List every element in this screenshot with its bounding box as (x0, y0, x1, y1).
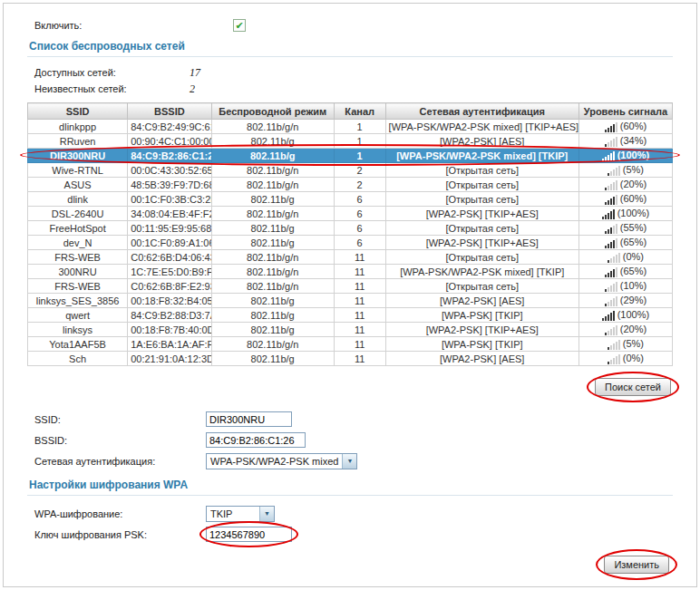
cell-signal: (34%) (578, 134, 672, 149)
wpa-encryption-row: WPA-шифрование: TKIP (34, 503, 673, 524)
cell-mode: 802.11b/g/n (211, 163, 334, 178)
cell-channel: 1 (334, 120, 385, 134)
ssid-input[interactable] (206, 411, 292, 427)
cell-ssid: linksys_SES_3856 (28, 294, 128, 308)
network-row[interactable]: 300NRU1C:7E:E5:D0:B9:FE802.11b/g/n11[WPA… (28, 265, 673, 279)
auth-label: Сетевая аутентификация: (34, 456, 206, 467)
network-row[interactable]: ASUS48:5B:39:F9:7D:68802.11b/g/n2[Открыт… (28, 178, 673, 192)
signal-strength-icon (605, 325, 617, 335)
network-row[interactable]: FRS-WEBC0:62:6B:8F:E2:93802.11b/g/n11[От… (28, 279, 673, 294)
auth-field-row: Сетевая аутентификация: WPA-PSK/WPA2-PSK… (34, 450, 673, 471)
search-networks-button[interactable]: Поиск сетей (595, 378, 671, 396)
cell-bssid: 00:21:91:0A:12:3D (128, 352, 211, 366)
cell-signal: (0%) (578, 352, 672, 366)
network-row[interactable]: RRuven00:90:4C:C1:00:00802.11b/g1[WPA2-P… (28, 134, 673, 149)
cell-channel: 11 (334, 265, 385, 279)
wpa-encryption-select[interactable]: TKIP (206, 506, 275, 522)
cell-channel: 11 (334, 279, 385, 294)
cell-signal: (20%) (578, 178, 672, 192)
cell-bssid: 84:C9:B2:86:C1:26 (128, 149, 211, 163)
column-header: Канал (334, 103, 385, 120)
network-row[interactable]: DIR300NRU84:C9:B2:86:C1:26802.11b/g1[WPA… (28, 149, 673, 163)
network-row[interactable]: DSL-2640U34:08:04:EB:4F:F2802.11b/g/n6[W… (28, 207, 673, 221)
network-row[interactable]: linksys_SES_385600:18:F8:32:B4:05802.11b… (28, 294, 673, 308)
wpa-encryption-value: TKIP (207, 508, 236, 519)
cell-auth: [Открытая сеть] (385, 163, 578, 178)
cell-signal: (55%) (578, 221, 672, 236)
cell-ssid: dev_N (28, 236, 128, 250)
network-row[interactable]: dev_N00:1C:F0:89:A1:06802.11b/g6[WPA2-PS… (28, 236, 673, 250)
signal-label: (20%) (620, 179, 647, 189)
column-header: SSID (28, 103, 128, 120)
network-row[interactable]: FRS-WEBC0:62:6B:D4:06:43802.11b/g/n11[От… (28, 250, 673, 265)
cell-ssid: qwert (28, 308, 128, 323)
network-row[interactable]: FreeHotSpot00:11:95:E9:95:68802.11b/g6[О… (28, 221, 673, 236)
signal-label: (65%) (620, 266, 647, 276)
bssid-input[interactable] (206, 432, 306, 448)
network-row[interactable]: dlink00:1C:F0:3B:C3:2F802.11b/g6[Открыта… (28, 192, 673, 207)
signal-label: (29%) (620, 295, 647, 305)
signal-strength-icon (605, 122, 617, 132)
available-networks-label: Доступных сетей: (34, 67, 190, 78)
cell-auth: [WPA2-PSK] [TKIP+AES] (385, 236, 578, 250)
cell-bssid: 48:5B:39:F9:7D:68 (128, 178, 211, 192)
cell-mode: 802.11b/g (211, 149, 334, 163)
cell-ssid: dlinkppp (28, 120, 128, 134)
cell-channel: 11 (334, 250, 385, 265)
enable-checkbox[interactable] (233, 19, 246, 32)
cell-bssid: C0:62:6B:8F:E2:93 (128, 279, 211, 294)
cell-ssid: FRS-WEB (28, 279, 128, 294)
signal-strength-icon (605, 282, 617, 292)
cell-bssid: 34:08:04:EB:4F:F2 (128, 207, 211, 221)
network-row[interactable]: Wive-RTNL00:0C:43:30:52:65802.11b/g/n2[О… (28, 163, 673, 178)
cell-channel: 11 (334, 294, 385, 308)
network-row[interactable]: linksys00:18:F8:7B:40:0D802.11b/g11[WPA2… (28, 323, 673, 337)
psk-input[interactable] (206, 527, 292, 542)
apply-row: Изменить (27, 556, 673, 579)
cell-signal: (5%) (578, 163, 672, 178)
cell-mode: 802.11b/g/n (211, 120, 334, 134)
chevron-down-icon (259, 507, 274, 521)
network-row[interactable]: qwert84:C9:B2:88:D3:7A802.11b/g11[WPA-PS… (28, 308, 673, 323)
cell-bssid: 00:1C:F0:3B:C3:2F (128, 192, 211, 207)
signal-strength-icon (608, 354, 620, 364)
cell-signal: (5%) (578, 337, 672, 352)
cell-mode: 802.11b/g/n (211, 265, 334, 279)
cell-auth: [WPA2-PSK] [TKIP+AES] (385, 323, 578, 337)
auth-select[interactable]: WPA-PSK/WPA2-PSK mixed (206, 453, 357, 469)
cell-auth: [Открытая сеть] (385, 279, 578, 294)
network-row[interactable]: dlinkppp84:C9:B2:49:9C:61802.11b/g/n1[WP… (28, 120, 673, 134)
cell-channel: 11 (334, 323, 385, 337)
cell-auth: [WPA-PSK/WPA2-PSK mixed] [TKIP+AES] (385, 120, 578, 134)
cell-bssid: 84:C9:B2:88:D3:7A (128, 308, 211, 323)
signal-strength-icon (605, 224, 617, 234)
signal-strength-icon (605, 296, 617, 306)
ssid-field-row: SSID: (34, 409, 673, 430)
cell-signal: (10%) (578, 279, 672, 294)
signal-label: (60%) (620, 121, 647, 131)
cell-auth: [WPA2-PSK] [AES] (385, 134, 578, 149)
unknown-networks-row: Неизвестных сетей: 2 (34, 81, 673, 97)
apply-button[interactable]: Изменить (604, 556, 669, 574)
cell-signal: (20%) (578, 323, 672, 337)
signal-strength-icon (608, 340, 620, 350)
cell-ssid: Yota1AAF5B (28, 337, 128, 352)
signal-label: (5%) (623, 164, 644, 175)
cell-signal: (29%) (578, 294, 672, 308)
cell-signal: (65%) (578, 236, 672, 250)
network-row[interactable]: Sch00:21:91:0A:12:3D802.11b/g11[WPA2-PSK… (28, 352, 673, 366)
cell-ssid: DSL-2640U (28, 207, 128, 221)
cell-auth: [WPA-PSK] [TKIP] (385, 308, 578, 323)
cell-ssid: Wive-RTNL (28, 163, 128, 178)
cell-signal: (65%) (578, 265, 672, 279)
cell-bssid: 00:18:F8:7B:40:0D (128, 323, 211, 337)
column-header: BSSID (128, 103, 211, 120)
cell-mode: 802.11b/g (211, 134, 334, 149)
wpa-encryption-label: WPA-шифрование: (34, 508, 206, 519)
cell-mode: 802.11b/g/n (211, 250, 334, 265)
cell-channel: 6 (334, 207, 385, 221)
psk-field-row: Ключ шифрования PSK: (34, 524, 673, 545)
cell-ssid: FreeHotSpot (28, 221, 128, 236)
table-header-row: SSIDBSSIDБеспроводной режимКаналСетевая … (28, 103, 673, 120)
network-row[interactable]: Yota1AAF5B1A:E6:BA:1A:AF:F8802.11b/g/n11… (28, 337, 673, 352)
